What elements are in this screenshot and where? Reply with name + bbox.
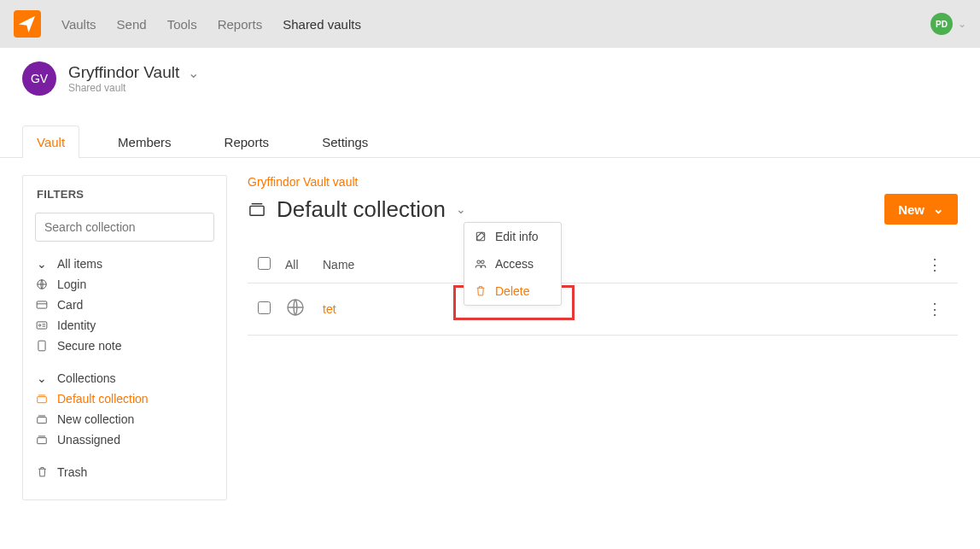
trash-icon (35, 466, 49, 478)
filter-label: Login (57, 277, 86, 291)
filter-label: Collections (57, 371, 115, 385)
collection-icon (248, 201, 266, 217)
tab-vault[interactable]: Vault (22, 126, 79, 158)
svg-rect-8 (38, 397, 47, 403)
breadcrumb[interactable]: Gryffindor Vault vault (248, 175, 958, 189)
identity-icon (35, 320, 49, 330)
vault-header: GV Gryffindor Vault ⌄ Shared vault (0, 48, 980, 109)
filter-label: Default collection (57, 392, 149, 406)
filters-title: FILTERS (23, 176, 226, 213)
top-bar: Vaults Send Tools Reports Shared vaults … (0, 0, 980, 48)
filter-secure-note[interactable]: Secure note (35, 336, 214, 356)
filter-identity[interactable]: Identity (35, 315, 214, 336)
globe-icon (285, 297, 306, 318)
card-icon (35, 300, 49, 310)
col-name-label[interactable]: Name (323, 258, 922, 272)
filter-label: Identity (57, 318, 96, 332)
filter-default-collection[interactable]: Default collection (35, 388, 214, 409)
filter-label: New collection (57, 412, 134, 426)
edit-icon (475, 231, 487, 242)
svg-point-4 (39, 324, 41, 326)
nav-send[interactable]: Send (117, 17, 147, 32)
nav-reports[interactable]: Reports (218, 17, 263, 32)
search-collection-input[interactable] (35, 213, 214, 242)
filter-trash[interactable]: Trash (35, 462, 214, 482)
dropdown-delete[interactable]: Delete (464, 277, 561, 305)
filter-label: Card (57, 298, 83, 312)
filter-login[interactable]: Login (35, 274, 214, 295)
dropdown-edit-info[interactable]: Edit info (464, 223, 561, 250)
collection-dropdown: Edit info Access Delete (464, 222, 562, 306)
item-name[interactable]: tet (323, 302, 336, 316)
tab-reports[interactable]: Reports (210, 126, 284, 158)
collection-title: Default collection (277, 196, 446, 223)
trash-icon (475, 285, 487, 297)
top-nav: Vaults Send Tools Reports Shared vaults (61, 17, 361, 32)
row-more-icon[interactable]: ⋮ (927, 301, 942, 318)
filter-label: All items (57, 257, 102, 271)
row-checkbox[interactable] (258, 301, 271, 314)
nav-vaults[interactable]: Vaults (61, 17, 96, 32)
items-table: All Name ⋮ tet ⋮ (248, 247, 958, 336)
dropdown-access[interactable]: Access (464, 250, 561, 277)
user-avatar[interactable]: PD (930, 13, 953, 35)
svg-rect-12 (38, 438, 47, 444)
filters-panel: FILTERS ⌄ All items Login (22, 175, 227, 500)
tab-settings[interactable]: Settings (307, 126, 382, 158)
header-more-icon[interactable]: ⋮ (927, 256, 942, 273)
vault-subtitle: Shared vault (68, 82, 199, 94)
top-right: PD ⌄ (930, 13, 966, 35)
dropdown-label: Edit info (495, 230, 539, 243)
users-icon (475, 258, 487, 270)
nav-shared-vaults[interactable]: Shared vaults (283, 17, 361, 32)
table-row: tet ⋮ (248, 283, 958, 336)
vault-title: Gryffindor Vault (68, 63, 179, 82)
svg-rect-14 (250, 206, 264, 215)
filter-label: Secure note (57, 339, 122, 353)
new-button-label: New (898, 202, 925, 217)
svg-point-17 (477, 260, 481, 263)
chevron-down-icon: ⌄ (933, 201, 944, 217)
new-button[interactable]: New ⌄ (884, 194, 958, 225)
vault-switch-chevron-icon[interactable]: ⌄ (188, 65, 199, 81)
svg-rect-3 (37, 322, 47, 329)
svg-point-18 (481, 260, 485, 263)
globe-icon (35, 278, 49, 290)
vault-avatar: GV (22, 61, 56, 96)
to-do-icon (35, 435, 49, 445)
chevron-down-icon: ⌄ (35, 371, 49, 385)
app-logo[interactable] (14, 10, 41, 38)
filter-unassigned[interactable]: Unassigned (35, 429, 214, 450)
filter-all-items[interactable]: ⌄ All items (35, 254, 214, 274)
svg-rect-1 (37, 301, 47, 308)
chevron-down-icon: ⌄ (35, 257, 49, 271)
select-all-checkbox[interactable] (258, 257, 271, 270)
note-icon (35, 340, 49, 352)
filter-card[interactable]: Card (35, 295, 214, 315)
nav-tools[interactable]: Tools (167, 17, 197, 32)
filter-new-collection[interactable]: New collection (35, 409, 214, 429)
svg-rect-7 (38, 341, 45, 351)
body: FILTERS ⌄ All items Login (0, 158, 980, 517)
collection-icon (35, 414, 49, 424)
collection-heading: Default collection ⌄ Edit info Acc (248, 196, 466, 223)
filter-collections[interactable]: ⌄ Collections (35, 368, 214, 388)
dropdown-label: Access (495, 257, 534, 271)
filter-label: Trash (57, 465, 87, 479)
table-header: All Name ⋮ (248, 247, 958, 283)
collection-menu-chevron-icon[interactable]: ⌄ (456, 202, 466, 216)
user-menu-chevron-icon[interactable]: ⌄ (958, 18, 966, 30)
main-content: Gryffindor Vault vault Default collectio… (248, 175, 958, 336)
svg-rect-10 (38, 418, 47, 423)
filter-label: Unassigned (57, 433, 120, 447)
sub-nav: Vault Members Reports Settings (0, 125, 980, 158)
dropdown-label: Delete (495, 284, 529, 298)
tab-members[interactable]: Members (103, 126, 186, 158)
col-all-label[interactable]: All (285, 258, 323, 272)
collection-icon (35, 394, 49, 404)
